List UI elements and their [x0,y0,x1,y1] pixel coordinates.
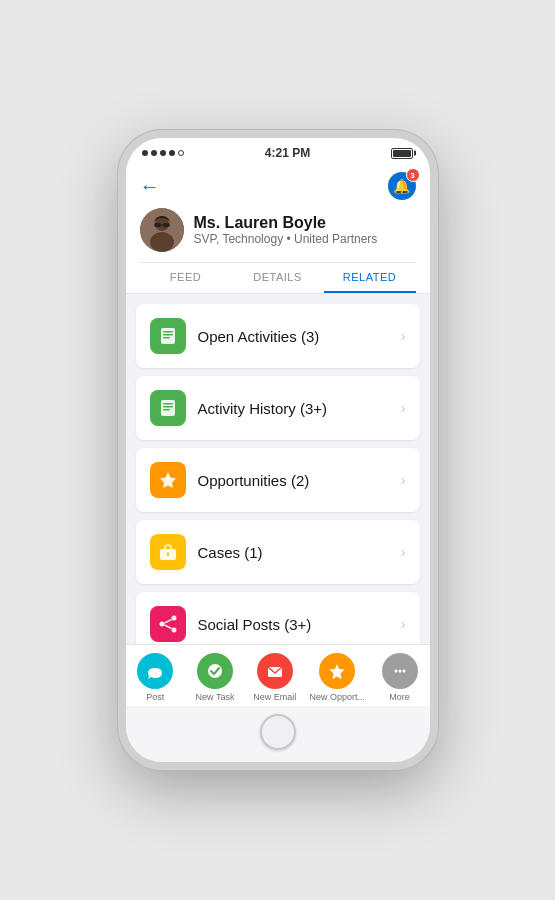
svg-point-19 [171,628,176,633]
svg-rect-6 [161,328,175,344]
social-posts-label: Social Posts (3+) [198,616,312,633]
svg-marker-26 [330,664,345,679]
home-button[interactable] [260,714,296,750]
new-opport-action-label: New Opport... [309,692,365,702]
post-action-label: Post [146,692,164,702]
signal-indicator [142,150,184,156]
contact-info: Ms. Lauren Boyle SVP, Technology • Unite… [194,214,378,246]
svg-point-28 [398,670,401,673]
avatar [140,208,184,252]
action-bar: Post New Task New Emai [126,644,430,706]
new-opport-action-button[interactable]: New Opport... [309,653,365,702]
svg-rect-12 [163,406,173,408]
svg-point-2 [150,232,174,252]
social-posts-icon [150,606,186,642]
svg-line-21 [164,625,171,629]
new-task-action-button[interactable]: New Task [190,653,240,702]
new-task-action-label: New Task [196,692,235,702]
cases-chevron: › [401,544,406,560]
phone-device: 4:21 PM ← 🔔 3 [118,130,438,770]
battery-fill [393,150,411,157]
list-item-opportunities[interactable]: Opportunities (2) › [136,448,420,512]
notification-badge: 3 [406,168,420,182]
new-opport-icon [319,653,355,689]
svg-point-27 [394,670,397,673]
notification-button[interactable]: 🔔 3 [388,172,416,200]
tab-details[interactable]: DETAILS [232,263,324,293]
back-arrow-icon: ← [140,175,160,198]
battery-indicator [391,148,413,159]
app-header: ← 🔔 3 [126,164,430,294]
activity-history-label: Activity History (3+) [198,400,328,417]
more-action-button[interactable]: More [375,653,425,702]
tab-related[interactable]: RELATED [324,263,416,293]
svg-rect-9 [163,337,170,339]
svg-rect-7 [163,331,173,333]
contact-row: Ms. Lauren Boyle SVP, Technology • Unite… [140,208,416,252]
back-button[interactable]: ← [140,175,160,198]
social-posts-chevron: › [401,616,406,632]
contact-subtitle: SVP, Technology • United Partners [194,232,378,246]
cases-label: Cases (1) [198,544,263,561]
opportunities-chevron: › [401,472,406,488]
contact-name: Ms. Lauren Boyle [194,214,378,232]
svg-rect-16 [167,552,169,556]
list-item-cases[interactable]: Cases (1) › [136,520,420,584]
tabs-row: FEED DETAILS RELATED [140,262,416,293]
status-time: 4:21 PM [265,146,310,160]
signal-dot-5 [178,150,184,156]
open-activities-chevron: › [401,328,406,344]
open-activities-label: Open Activities (3) [198,328,320,345]
svg-rect-4 [163,223,170,227]
signal-dot-4 [169,150,175,156]
list-item-open-activities[interactable]: Open Activities (3) › [136,304,420,368]
new-email-icon [257,653,293,689]
svg-line-20 [164,620,171,624]
post-action-button[interactable]: Post [130,653,180,702]
new-email-action-label: New Email [253,692,296,702]
tab-feed[interactable]: FEED [140,263,232,293]
avatar-image [140,208,184,252]
new-task-icon [197,653,233,689]
phone-wrapper: 4:21 PM ← 🔔 3 [0,0,555,900]
list-item-activity-history[interactable]: Activity History (3+) › [136,376,420,440]
phone-bottom [126,706,430,762]
activity-history-chevron: › [401,400,406,416]
nav-row: ← 🔔 3 [140,172,416,200]
signal-dot-3 [160,150,166,156]
svg-point-17 [159,622,164,627]
more-icon [382,653,418,689]
svg-rect-3 [154,223,161,227]
status-bar: 4:21 PM [126,138,430,164]
signal-dot-1 [142,150,148,156]
svg-marker-14 [160,472,176,488]
opportunities-icon [150,462,186,498]
svg-point-18 [171,616,176,621]
svg-point-29 [402,670,405,673]
cases-icon [150,534,186,570]
svg-rect-8 [163,334,173,336]
signal-dot-2 [151,150,157,156]
list-item-social-posts[interactable]: Social Posts (3+) › [136,592,420,644]
svg-rect-10 [161,400,175,416]
open-activities-icon [150,318,186,354]
more-action-label: More [389,692,410,702]
post-icon [137,653,173,689]
activity-history-icon [150,390,186,426]
related-list[interactable]: Open Activities (3) › Activity History (… [126,294,430,644]
svg-rect-13 [163,409,170,411]
opportunities-label: Opportunities (2) [198,472,310,489]
new-email-action-button[interactable]: New Email [250,653,300,702]
battery-body [391,148,413,159]
svg-rect-11 [163,403,173,405]
